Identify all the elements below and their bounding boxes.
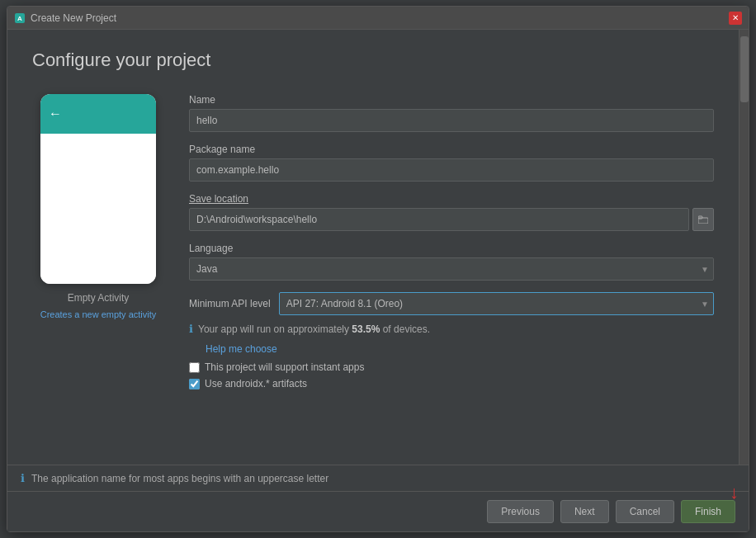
package-input[interactable]: [189, 158, 714, 182]
phone-mockup: ←: [40, 94, 156, 284]
package-label: Package name: [189, 144, 714, 155]
name-input[interactable]: [189, 109, 714, 132]
device-coverage-text: Your app will run on approximately 53.5%…: [198, 322, 430, 337]
activity-description: Creates a new empty activity: [40, 309, 157, 321]
browse-button[interactable]: [692, 208, 714, 231]
window-icon: A: [14, 12, 26, 24]
package-group: Package name: [189, 144, 714, 182]
min-api-label: Minimum API level: [189, 298, 271, 309]
save-location-group: Save location: [189, 193, 714, 231]
instant-apps-checkbox[interactable]: [189, 362, 200, 373]
main-window: A Create New Project ✕ Configure your pr…: [7, 6, 749, 532]
previous-button[interactable]: Previous: [487, 500, 554, 523]
preview-panel: ← Empty Activity Creates a new empty act…: [32, 94, 164, 321]
help-me-choose-link[interactable]: Help me choose: [206, 343, 714, 355]
phone-body: [40, 134, 156, 284]
name-label: Name: [189, 94, 714, 106]
cancel-button[interactable]: Cancel: [616, 500, 674, 523]
language-group: Language Java Kotlin ▼: [189, 243, 714, 281]
save-location-row: [189, 208, 714, 231]
title-bar: A Create New Project ✕: [7, 7, 749, 30]
finish-wrapper: ↓ Finish: [681, 500, 735, 523]
device-coverage-row: ℹ Your app will run on approximately 53.…: [189, 322, 714, 337]
main-panel: Configure your project ← Empty Activity …: [7, 30, 739, 465]
name-group: Name: [189, 94, 714, 132]
language-select[interactable]: Java Kotlin: [189, 257, 714, 281]
phone-header: ←: [40, 94, 156, 134]
activity-type-label: Empty Activity: [68, 292, 130, 304]
instant-apps-label: This project will support instant apps: [205, 361, 364, 373]
scrollbar[interactable]: [739, 30, 749, 465]
form-layout: ← Empty Activity Creates a new empty act…: [32, 94, 714, 394]
language-select-wrapper: Java Kotlin ▼: [189, 257, 714, 281]
content-area: Configure your project ← Empty Activity …: [7, 30, 749, 465]
instant-apps-row: This project will support instant apps: [189, 361, 714, 373]
save-location-label: Save location: [189, 193, 714, 205]
page-title: Configure your project: [32, 50, 714, 71]
footer: Previous Next Cancel ↓ Finish: [7, 491, 749, 531]
next-button[interactable]: Next: [560, 500, 609, 523]
back-arrow-icon: ←: [49, 106, 62, 121]
save-location-input[interactable]: [189, 208, 689, 231]
warning-text: The application name for most apps begin…: [31, 473, 328, 484]
form-fields: Name Package name Save location: [189, 94, 714, 394]
warning-info-icon: ℹ: [21, 472, 25, 484]
artifacts-checkbox[interactable]: [189, 379, 200, 389]
info-icon: ℹ: [189, 323, 193, 335]
language-label: Language: [189, 243, 714, 254]
api-level-select[interactable]: API 27: Android 8.1 (Oreo) API 26: Andro…: [279, 292, 714, 315]
api-select-wrapper: API 27: Android 8.1 (Oreo) API 26: Andro…: [279, 292, 714, 315]
svg-text:A: A: [17, 15, 22, 22]
artifacts-row: Use androidx.* artifacts: [189, 378, 714, 389]
finish-button[interactable]: Finish: [681, 500, 735, 523]
api-level-row: Minimum API level API 27: Android 8.1 (O…: [189, 292, 714, 315]
artifacts-label: Use androidx.* artifacts: [205, 378, 307, 389]
scrollbar-thumb[interactable]: [740, 36, 749, 102]
warning-bar: ℹ The application name for most apps beg…: [7, 465, 749, 491]
arrow-indicator-icon: ↓: [730, 482, 739, 503]
window-title: Create New Project: [31, 12, 729, 24]
close-button[interactable]: ✕: [729, 12, 742, 25]
